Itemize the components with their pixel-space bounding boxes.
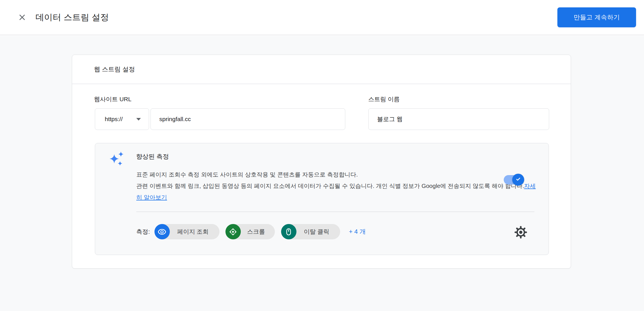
create-and-continue-button[interactable]: 만들고 계속하기 — [557, 7, 636, 27]
measuring-label: 측정: — [136, 228, 150, 236]
gear-icon — [515, 226, 527, 240]
chip-scrolls: 스크롤 — [225, 224, 275, 239]
stream-name-label: 스트림 이름 — [368, 95, 400, 103]
chevron-down-icon — [136, 118, 141, 121]
card-title: 웹 스트림 설정 — [72, 55, 571, 84]
website-url-label: 웹사이트 URL — [94, 95, 131, 103]
chip-label: 스크롤 — [247, 228, 265, 236]
panel-divider — [136, 212, 534, 212]
sparkle-icon — [109, 151, 124, 166]
chip-outbound-clicks: 이탈 클릭 — [281, 224, 340, 239]
stream-name-input[interactable] — [368, 108, 549, 130]
close-button[interactable] — [16, 12, 28, 24]
protocol-select[interactable]: https:// — [95, 108, 149, 130]
enhanced-measurement-panel: 향상된 측정 표준 페이지 조회수 측정 외에도 사이트의 상호작용 및 콘텐츠… — [95, 143, 549, 255]
description-line2: 관련 이벤트와 함께 링크, 삽입된 동영상 등의 페이지 요소에서 데이터가 … — [136, 183, 524, 189]
protocol-value: https:// — [105, 116, 123, 123]
website-url-input[interactable] — [150, 108, 345, 130]
chip-label: 페이지 조회 — [177, 228, 209, 236]
close-icon — [18, 13, 27, 23]
enhanced-measurement-toggle[interactable] — [504, 175, 524, 184]
web-stream-card: 웹 스트림 설정 웹사이트 URL 스트림 이름 https:// 향상된 측정… — [72, 55, 571, 269]
chip-label: 이탈 클릭 — [304, 228, 329, 236]
check-icon — [515, 176, 522, 184]
dialog-header: 데이터 스트림 설정 만들고 계속하기 — [0, 0, 644, 35]
chip-page-views: 페이지 조회 — [154, 224, 219, 239]
page-title: 데이터 스트림 설정 — [35, 0, 109, 35]
measurement-settings-button[interactable] — [514, 226, 527, 239]
enhanced-measurement-description: 표준 페이지 조회수 측정 외에도 사이트의 상호작용 및 콘텐츠를 자동으로 … — [136, 169, 537, 203]
more-measurements-link[interactable]: + 4 개 — [349, 227, 366, 236]
eye-icon — [154, 224, 170, 239]
mouse-icon — [281, 224, 296, 239]
page-background: 웹 스트림 설정 웹사이트 URL 스트림 이름 https:// 향상된 측정… — [0, 36, 644, 311]
description-line1: 표준 페이지 조회수 측정 외에도 사이트의 상호작용 및 콘텐츠를 자동으로 … — [136, 171, 358, 178]
scroll-icon — [225, 224, 241, 239]
measurement-chips-row: 측정: 페이지 조회 — [136, 224, 366, 239]
toggle-thumb — [512, 174, 524, 186]
enhanced-measurement-title: 향상된 측정 — [136, 152, 169, 161]
